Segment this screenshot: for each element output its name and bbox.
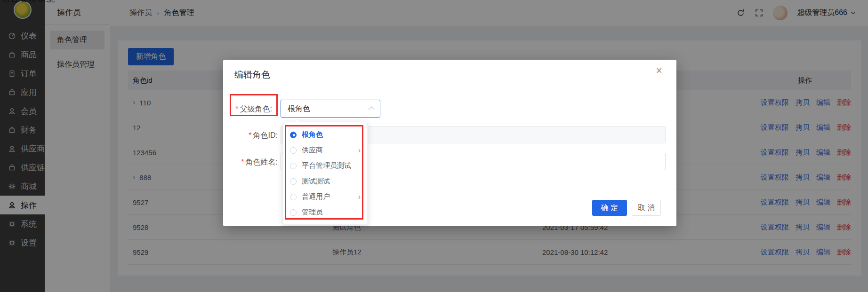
modal-title: 编辑角色 bbox=[234, 69, 270, 81]
dropdown-option-test-test[interactable]: 测试测试 bbox=[283, 174, 367, 189]
role-name-label: *角色姓名: bbox=[223, 158, 278, 167]
cancel-button[interactable]: 取 消 bbox=[632, 200, 661, 216]
chevron-right-icon: › bbox=[358, 146, 361, 155]
radio-selected-icon bbox=[290, 132, 297, 138]
option-label: 平台管理员测试 bbox=[302, 161, 351, 170]
confirm-button[interactable]: 确 定 bbox=[592, 200, 627, 216]
chevron-up-icon bbox=[369, 106, 375, 112]
parent-role-select[interactable]: 根角色 bbox=[281, 100, 380, 118]
option-label: 测试测试 bbox=[302, 177, 330, 186]
option-label: 普通用户 bbox=[302, 192, 330, 201]
radio-icon bbox=[290, 163, 297, 169]
role-id-label: *角色ID: bbox=[223, 131, 278, 141]
dropdown-option-platform-admin-test[interactable]: 平台管理员测试 bbox=[283, 158, 367, 174]
required-asterisk: * bbox=[235, 105, 238, 113]
parent-role-label: *父级角色: bbox=[230, 104, 278, 114]
option-label: 根角色 bbox=[302, 130, 323, 139]
radio-icon bbox=[290, 194, 297, 200]
required-asterisk: * bbox=[241, 158, 244, 166]
dropdown-option-root-role[interactable]: 根角色 bbox=[283, 127, 367, 142]
dropdown-option-admin[interactable]: 管理员 bbox=[283, 205, 367, 220]
close-icon[interactable]: × bbox=[656, 65, 662, 76]
option-label: 供应商 bbox=[302, 146, 323, 155]
radio-icon bbox=[290, 209, 297, 216]
radio-icon bbox=[290, 178, 297, 185]
required-asterisk: * bbox=[249, 131, 251, 139]
radio-icon bbox=[290, 147, 297, 154]
option-label: 管理员 bbox=[302, 208, 323, 217]
parent-role-select-value: 根角色 bbox=[288, 104, 310, 114]
dropdown-option-supplier[interactable]: 供应商 › bbox=[283, 142, 367, 158]
chevron-right-icon: › bbox=[358, 193, 361, 201]
dropdown-option-normal-user[interactable]: 普通用户 › bbox=[283, 189, 367, 205]
parent-role-dropdown: 根角色 供应商 › 平台管理员测试 测试测试 普通用户 › 管理员 bbox=[283, 122, 368, 225]
